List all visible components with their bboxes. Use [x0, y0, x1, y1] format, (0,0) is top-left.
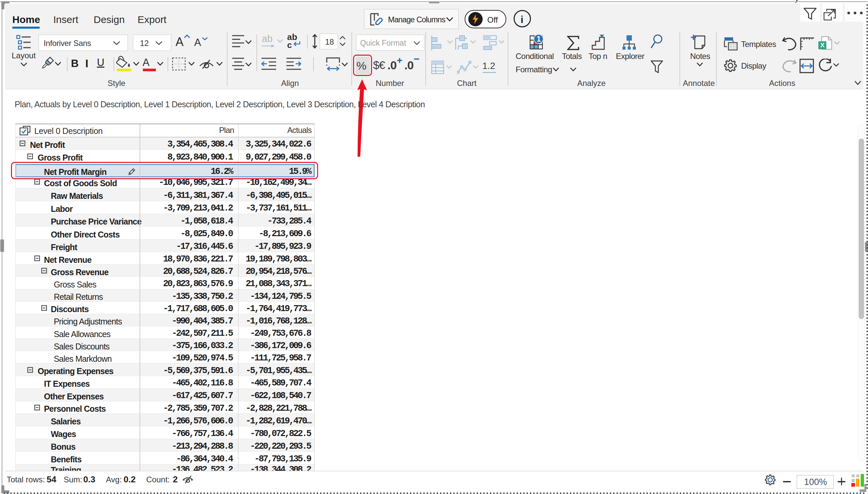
svg-text:X: X	[821, 42, 825, 49]
